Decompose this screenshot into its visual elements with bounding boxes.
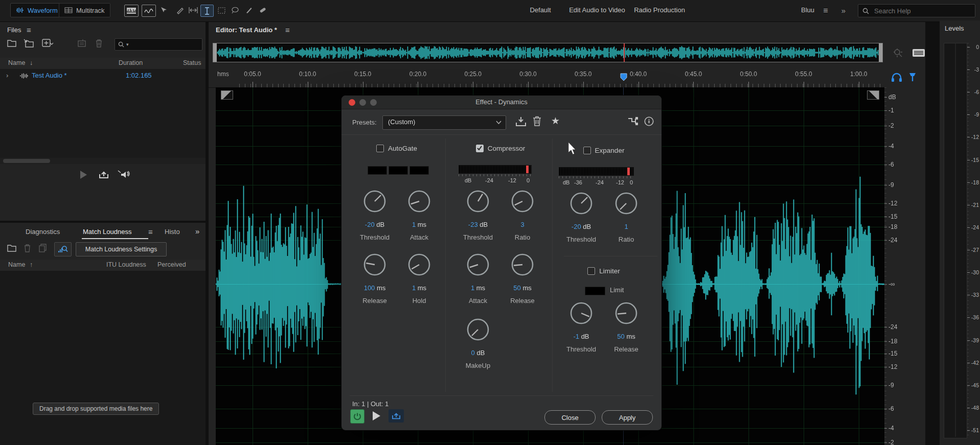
import-file-icon[interactable] [24, 39, 34, 48]
overview-waveform-canvas[interactable] [213, 43, 882, 62]
expander-threshold-knob[interactable]: -20 dB Threshold [556, 191, 607, 243]
new-file-icon[interactable] [42, 39, 54, 48]
fade-out-handle[interactable] [867, 90, 879, 100]
overview-navigator[interactable] [213, 43, 883, 62]
editor-panel-menu-icon[interactable]: ≡ [285, 26, 290, 34]
lasso-tool-icon[interactable] [229, 5, 241, 16]
loudness-trash-icon[interactable] [24, 244, 31, 252]
expander-checkbox[interactable] [583, 147, 591, 154]
brush-tool-icon[interactable] [243, 5, 255, 16]
limiter-threshold-knob[interactable]: -1 dB Threshold [556, 301, 607, 353]
effect-power-button[interactable] [350, 409, 364, 424]
spot-heal-tool-icon[interactable] [256, 5, 268, 16]
razor-tool-icon[interactable] [174, 5, 186, 16]
tab-match-loudness[interactable]: Match Loudness [83, 228, 131, 236]
zoom-navigate-icon[interactable] [893, 48, 904, 58]
preview-play-button[interactable] [372, 411, 381, 421]
files-col-name[interactable]: Name [8, 59, 25, 66]
favorite-star-icon[interactable]: ★ [551, 115, 560, 127]
loudness-col-perceived[interactable]: Perceived [157, 261, 186, 268]
playhead-marker[interactable] [620, 73, 627, 81]
overview-left-handle[interactable] [213, 43, 217, 62]
autogate-hold-knob[interactable]: 1 ms Hold [394, 252, 445, 305]
panel-overflow-icon[interactable]: » [195, 227, 199, 236]
dialog-titlebar[interactable]: Effect - Dynamics [341, 96, 662, 109]
move-tool-icon[interactable] [157, 5, 170, 16]
autogate-release-knob[interactable]: 100 ms Release [349, 252, 400, 305]
time-selection-tool-icon[interactable] [200, 5, 214, 17]
minimize-window-icon[interactable] [359, 99, 366, 106]
overview-right-handle[interactable] [879, 43, 882, 62]
compressor-attack-knob[interactable]: 1 ms Attack [452, 252, 504, 305]
loudness-col-name[interactable]: Name [8, 261, 25, 268]
close-button[interactable]: Close [544, 410, 596, 425]
compressor-makeup-knob[interactable]: 0 dB MakeUp [452, 317, 504, 369]
workspace-bluu[interactable]: Bluu [801, 6, 814, 14]
levels-meter[interactable] [944, 43, 967, 438]
limiter-checkbox[interactable] [587, 267, 595, 275]
files-hscrollbar[interactable] [0, 158, 206, 164]
waveform-view-icon[interactable] [124, 5, 139, 17]
loudness-open-file-icon[interactable] [7, 244, 17, 252]
autogate-checkbox[interactable] [376, 145, 384, 152]
files-col-status[interactable]: Status [183, 59, 201, 66]
loudness-file-list[interactable]: Drag and drop supported media files here [0, 271, 206, 445]
autogate-threshold-knob[interactable]: -20 dB Threshold [349, 189, 400, 241]
spectral-view-icon[interactable] [142, 5, 156, 17]
expander-ratio-knob[interactable]: 1 Ratio [601, 191, 652, 243]
workspace-edit-audio-to-video[interactable]: Edit Audio to Video [569, 6, 625, 14]
file-name[interactable]: Test Audio * [32, 72, 67, 79]
timeline-ruler[interactable]: hms 0:05.00:10.00:15.00:20.00:25.00:30.0… [209, 69, 925, 88]
loudness-panel-menu-icon[interactable]: ≡ [148, 227, 153, 236]
panel-options-icon[interactable] [912, 49, 925, 57]
files-hscrollbar-thumb[interactable] [3, 159, 50, 163]
loop-playback-icon[interactable] [98, 170, 109, 179]
amplitude-ruler[interactable]: dB-1-2-4-6-9-12-15-18-24-∞-24-18-15-12-9… [884, 87, 925, 445]
compressor-release-knob[interactable]: 50 ms Release [497, 252, 548, 305]
delete-preset-icon[interactable] [533, 116, 541, 126]
files-col-duration[interactable]: Duration [119, 59, 143, 66]
loudness-copy-icon[interactable] [39, 244, 47, 252]
tab-multitrack[interactable]: Multitrack [59, 3, 110, 17]
compressor-threshold-knob[interactable]: -23 dB Threshold [452, 189, 504, 241]
tab-histogram[interactable]: Histo [165, 228, 180, 236]
autoplay-speaker-icon[interactable] [118, 170, 130, 179]
presets-dropdown[interactable]: (Custom) [382, 115, 506, 130]
help-search-input[interactable] [873, 7, 957, 15]
match-loudness-settings-button[interactable]: Match Loudness Settings [76, 242, 167, 256]
files-panel-menu-icon[interactable]: ≡ [27, 26, 31, 34]
overview-playhead-line[interactable] [624, 43, 625, 62]
loop-preview-button[interactable] [389, 409, 404, 423]
preview-play-icon[interactable] [79, 170, 87, 179]
overflow-chevrons-icon[interactable]: » [841, 6, 846, 15]
workspace-default[interactable]: Default [530, 6, 551, 14]
pin-icon[interactable] [908, 72, 917, 82]
tab-diagnostics[interactable]: Diagnostics [26, 228, 60, 236]
compressor-ratio-knob[interactable]: 3 Ratio [497, 189, 548, 241]
compressor-checkbox[interactable] [476, 145, 484, 152]
match-loudness-scan-button[interactable] [54, 242, 72, 256]
workspace-radio-production[interactable]: Radio Production [634, 6, 685, 14]
files-trash-icon[interactable] [95, 39, 103, 48]
file-row-test-audio[interactable]: › Test Audio * 1:02.165 [0, 70, 206, 81]
tab-waveform[interactable]: Waveform [10, 3, 63, 17]
limiter-release-knob[interactable]: 50 ms Release [601, 301, 652, 353]
open-file-icon[interactable] [7, 39, 17, 48]
autogate-attack-knob[interactable]: 1 ms Attack [394, 189, 445, 241]
info-icon[interactable] [644, 116, 654, 126]
routing-icon[interactable] [628, 116, 638, 126]
loudness-col-itu[interactable]: ITU Loudness [106, 261, 146, 268]
expand-chevron-icon[interactable]: › [6, 72, 8, 79]
slip-tool-icon[interactable] [187, 5, 199, 16]
apply-button[interactable]: Apply [602, 410, 653, 425]
zoom-window-icon[interactable] [370, 99, 377, 106]
help-search-box[interactable] [858, 4, 975, 17]
headphones-icon[interactable] [891, 72, 903, 82]
insert-multitrack-icon[interactable] [78, 39, 88, 48]
save-preset-icon[interactable] [515, 116, 527, 127]
close-window-icon[interactable] [349, 99, 355, 106]
fade-in-handle[interactable] [221, 90, 233, 100]
files-search-box[interactable]: ▾ [115, 38, 202, 51]
workspace-menu-icon[interactable]: ≡ [823, 6, 828, 15]
marquee-tool-icon[interactable] [215, 5, 227, 16]
